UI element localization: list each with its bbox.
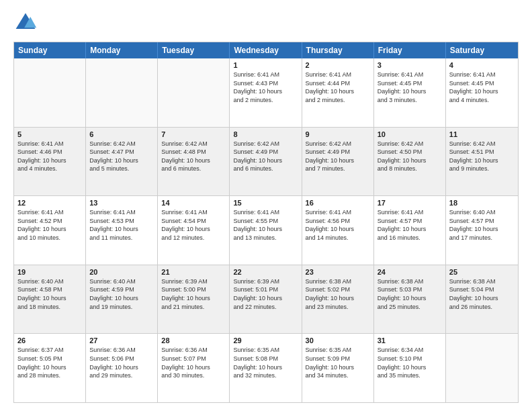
calendar-cell: 4Sunrise: 6:41 AM Sunset: 4:45 PM Daylig… (446, 58, 518, 127)
day-info: Sunrise: 6:42 AM Sunset: 4:49 PM Dayligh… (306, 140, 370, 173)
calendar-row-2: 5Sunrise: 6:41 AM Sunset: 4:46 PM Daylig… (14, 127, 518, 196)
day-header-sunday: Sunday (14, 42, 86, 58)
day-number: 22 (233, 268, 298, 276)
day-number: 3 (378, 61, 442, 69)
page: SundayMondayTuesdayWednesdayThursdayFrid… (0, 0, 532, 411)
day-number: 28 (161, 336, 226, 345)
calendar-cell: 31Sunrise: 6:34 AM Sunset: 5:10 PM Dayli… (374, 334, 446, 402)
day-number: 8 (233, 130, 298, 138)
day-info: Sunrise: 6:35 AM Sunset: 5:08 PM Dayligh… (233, 346, 298, 379)
day-number: 24 (378, 268, 442, 276)
calendar-cell: 16Sunrise: 6:41 AM Sunset: 4:56 PM Dayli… (302, 196, 374, 265)
calendar-cell: 20Sunrise: 6:40 AM Sunset: 4:59 PM Dayli… (86, 265, 158, 334)
calendar-cell: 23Sunrise: 6:38 AM Sunset: 5:02 PM Dayli… (302, 265, 374, 334)
day-info: Sunrise: 6:38 AM Sunset: 5:03 PM Dayligh… (378, 277, 442, 311)
day-info: Sunrise: 6:40 AM Sunset: 4:57 PM Dayligh… (449, 208, 515, 242)
calendar-cell: 15Sunrise: 6:41 AM Sunset: 4:55 PM Dayli… (230, 196, 302, 265)
calendar-cell (14, 58, 86, 127)
day-header-monday: Monday (86, 42, 158, 58)
day-info: Sunrise: 6:34 AM Sunset: 5:10 PM Dayligh… (378, 346, 442, 379)
day-info: Sunrise: 6:41 AM Sunset: 4:54 PM Dayligh… (161, 208, 226, 242)
calendar-cell: 11Sunrise: 6:42 AM Sunset: 4:51 PM Dayli… (446, 128, 518, 196)
calendar-row-1: 1Sunrise: 6:41 AM Sunset: 4:43 PM Daylig… (14, 58, 518, 127)
calendar-row-3: 12Sunrise: 6:41 AM Sunset: 4:52 PM Dayli… (14, 195, 518, 265)
day-number: 13 (89, 199, 154, 207)
day-info: Sunrise: 6:41 AM Sunset: 4:46 PM Dayligh… (17, 140, 82, 173)
calendar-cell: 2Sunrise: 6:41 AM Sunset: 4:44 PM Daylig… (302, 58, 374, 127)
logo-icon (13, 11, 38, 35)
header (13, 11, 519, 35)
calendar-cell: 29Sunrise: 6:35 AM Sunset: 5:08 PM Dayli… (230, 334, 302, 402)
calendar-cell: 17Sunrise: 6:41 AM Sunset: 4:57 PM Dayli… (374, 196, 446, 265)
day-number: 7 (161, 130, 226, 138)
calendar-cell: 24Sunrise: 6:38 AM Sunset: 5:03 PM Dayli… (374, 265, 446, 334)
calendar-cell: 28Sunrise: 6:36 AM Sunset: 5:07 PM Dayli… (158, 334, 230, 402)
calendar-cell: 26Sunrise: 6:37 AM Sunset: 5:05 PM Dayli… (14, 334, 86, 402)
day-header-friday: Friday (374, 42, 446, 58)
day-number: 29 (233, 336, 298, 345)
day-info: Sunrise: 6:41 AM Sunset: 4:52 PM Dayligh… (17, 208, 82, 242)
day-info: Sunrise: 6:42 AM Sunset: 4:48 PM Dayligh… (161, 140, 226, 173)
day-info: Sunrise: 6:35 AM Sunset: 5:09 PM Dayligh… (306, 346, 370, 379)
calendar-header-row: SundayMondayTuesdayWednesdayThursdayFrid… (14, 42, 518, 58)
calendar-cell: 6Sunrise: 6:42 AM Sunset: 4:47 PM Daylig… (86, 128, 158, 196)
day-number: 20 (89, 268, 154, 276)
calendar-row-5: 26Sunrise: 6:37 AM Sunset: 5:05 PM Dayli… (14, 333, 518, 402)
calendar-cell: 22Sunrise: 6:39 AM Sunset: 5:01 PM Dayli… (230, 265, 302, 334)
calendar-cell: 25Sunrise: 6:38 AM Sunset: 5:04 PM Dayli… (446, 265, 518, 334)
calendar-cell: 13Sunrise: 6:41 AM Sunset: 4:53 PM Dayli… (86, 196, 158, 265)
day-number: 16 (306, 199, 370, 207)
day-info: Sunrise: 6:39 AM Sunset: 5:01 PM Dayligh… (233, 277, 298, 311)
day-number: 27 (89, 336, 154, 345)
day-header-tuesday: Tuesday (158, 42, 230, 58)
day-info: Sunrise: 6:42 AM Sunset: 4:50 PM Dayligh… (378, 140, 442, 173)
logo (13, 11, 40, 35)
day-info: Sunrise: 6:36 AM Sunset: 5:06 PM Dayligh… (89, 346, 154, 379)
day-info: Sunrise: 6:41 AM Sunset: 4:53 PM Dayligh… (89, 208, 154, 242)
calendar: SundayMondayTuesdayWednesdayThursdayFrid… (13, 42, 519, 403)
calendar-body: 1Sunrise: 6:41 AM Sunset: 4:43 PM Daylig… (14, 58, 518, 402)
day-info: Sunrise: 6:41 AM Sunset: 4:45 PM Dayligh… (378, 71, 442, 104)
day-info: Sunrise: 6:41 AM Sunset: 4:56 PM Dayligh… (306, 208, 370, 242)
calendar-cell: 19Sunrise: 6:40 AM Sunset: 4:58 PM Dayli… (14, 265, 86, 334)
day-info: Sunrise: 6:40 AM Sunset: 4:59 PM Dayligh… (89, 277, 154, 311)
day-info: Sunrise: 6:39 AM Sunset: 5:00 PM Dayligh… (161, 277, 226, 311)
day-number: 1 (233, 61, 298, 69)
day-number: 9 (306, 130, 370, 138)
day-info: Sunrise: 6:41 AM Sunset: 4:55 PM Dayligh… (233, 208, 298, 242)
day-number: 30 (306, 336, 370, 345)
day-number: 14 (161, 199, 226, 207)
calendar-cell: 18Sunrise: 6:40 AM Sunset: 4:57 PM Dayli… (446, 196, 518, 265)
calendar-cell: 27Sunrise: 6:36 AM Sunset: 5:06 PM Dayli… (86, 334, 158, 402)
calendar-cell (86, 58, 158, 127)
day-info: Sunrise: 6:41 AM Sunset: 4:57 PM Dayligh… (378, 208, 442, 242)
day-info: Sunrise: 6:38 AM Sunset: 5:04 PM Dayligh… (449, 277, 515, 311)
day-number: 11 (449, 130, 515, 138)
day-number: 21 (161, 268, 226, 276)
day-number: 18 (449, 199, 515, 207)
calendar-row-4: 19Sunrise: 6:40 AM Sunset: 4:58 PM Dayli… (14, 265, 518, 334)
day-number: 2 (306, 61, 370, 69)
day-info: Sunrise: 6:41 AM Sunset: 4:43 PM Dayligh… (233, 71, 298, 104)
day-number: 12 (17, 199, 82, 207)
calendar-cell: 5Sunrise: 6:41 AM Sunset: 4:46 PM Daylig… (14, 128, 86, 196)
day-number: 6 (89, 130, 154, 138)
day-number: 25 (449, 268, 515, 276)
day-header-wednesday: Wednesday (230, 42, 302, 58)
day-header-saturday: Saturday (446, 42, 518, 58)
day-info: Sunrise: 6:41 AM Sunset: 4:45 PM Dayligh… (449, 71, 515, 104)
calendar-cell: 8Sunrise: 6:42 AM Sunset: 4:49 PM Daylig… (230, 128, 302, 196)
day-number: 31 (378, 336, 442, 345)
day-number: 10 (378, 130, 442, 138)
calendar-cell: 30Sunrise: 6:35 AM Sunset: 5:09 PM Dayli… (302, 334, 374, 402)
day-info: Sunrise: 6:38 AM Sunset: 5:02 PM Dayligh… (306, 277, 370, 311)
calendar-cell: 9Sunrise: 6:42 AM Sunset: 4:49 PM Daylig… (302, 128, 374, 196)
calendar-cell (158, 58, 230, 127)
day-info: Sunrise: 6:42 AM Sunset: 4:51 PM Dayligh… (449, 140, 515, 173)
calendar-cell: 21Sunrise: 6:39 AM Sunset: 5:00 PM Dayli… (158, 265, 230, 334)
calendar-cell: 14Sunrise: 6:41 AM Sunset: 4:54 PM Dayli… (158, 196, 230, 265)
day-number: 17 (378, 199, 442, 207)
day-info: Sunrise: 6:37 AM Sunset: 5:05 PM Dayligh… (17, 346, 82, 379)
day-info: Sunrise: 6:42 AM Sunset: 4:47 PM Dayligh… (89, 140, 154, 173)
day-info: Sunrise: 6:41 AM Sunset: 4:44 PM Dayligh… (306, 71, 370, 104)
